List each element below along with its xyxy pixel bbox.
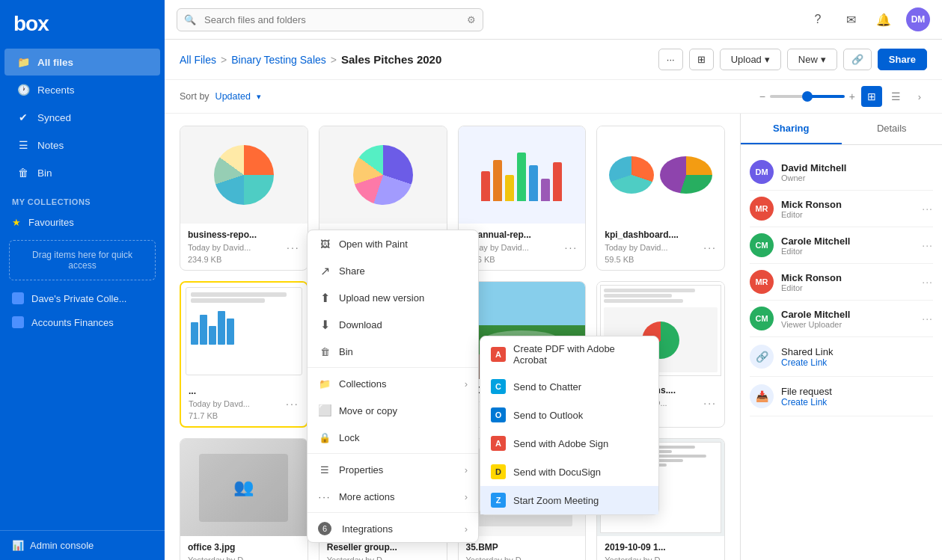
user-options-icon[interactable]: ··· [922,276,933,288]
menu-item-more-actions[interactable]: ··· More actions › [308,483,478,510]
filter-icon[interactable]: ⚙ [467,14,476,25]
submenu-item-label: Send with Adobe Sign [513,438,608,449]
sharing-user: DM David Mitchell Owner [750,154,933,191]
submenu-item-chatter[interactable]: C Send to Chatter [480,372,658,401]
share-button-label: Share [889,54,916,65]
submenu-item-docusign[interactable]: D Send with DocuSign [480,458,658,486]
file-options[interactable]: ··· [565,241,578,253]
file-options[interactable]: ··· [287,241,300,253]
menu-item-integrations[interactable]: 6 Integrations › A Create PDF with Adobe… [308,515,478,542]
file-options[interactable]: ··· [703,554,717,560]
file-options[interactable]: ··· [565,554,578,560]
grid-icon: ⊞ [697,54,706,65]
user-options-icon[interactable]: ··· [922,239,933,251]
menu-item-move-copy[interactable]: ⬜ Move or copy [308,397,478,424]
sidebar-item-synced[interactable]: ✔ Synced [4,104,160,131]
more-options-button[interactable]: ··· [658,49,683,70]
link-info: File request Create Link [781,386,933,407]
create-file-request-link[interactable]: Create Link [781,397,933,407]
user-role: Owner [781,173,933,182]
help-icon[interactable]: ? [807,9,828,30]
menu-divider [308,512,478,513]
menu-item-collections[interactable]: 📁 Collections › [308,370,478,397]
file-size: 71.7 KB [189,411,299,420]
expand-icon[interactable]: › [912,86,927,107]
more-dots-icon: ··· [667,54,675,65]
file-options[interactable]: ··· [287,554,300,560]
sidebar-item-accounts-finances[interactable]: Accounts Finances [0,310,165,334]
sidebar-item-favourites[interactable]: ★ Favourites [0,211,165,234]
file-options[interactable]: ··· [286,398,299,410]
submenu-item-pdf[interactable]: A Create PDF with Adobe Acrobat [480,336,658,372]
submenu-item-adobe-sign[interactable]: A Send with Adobe Sign [480,429,658,458]
sidebar-item-notes[interactable]: ☰ Notes [4,132,160,159]
breadcrumb-all-files[interactable]: All Files [180,54,216,66]
file-options[interactable]: ··· [426,554,439,560]
breadcrumb-binary-testing[interactable]: Binary Testing Sales [231,54,326,66]
menu-item-download[interactable]: ⬇ Download [308,311,478,338]
menu-item-bin[interactable]: 🗑 Bin [308,338,478,365]
topbar: 🔍 ⚙ ? ✉ 🔔 DM [165,0,942,40]
menu-divider [308,367,478,368]
search-input[interactable] [177,8,483,31]
submenu-item-zoom[interactable]: Z Start Zoom Meeting [480,486,658,514]
list-view-toggle[interactable]: ☰ [885,86,906,107]
file-options[interactable]: ··· [703,397,717,409]
file-thumbnail [181,283,307,380]
file-name: kpi_dashboard.... [605,230,717,240]
zoom-out-icon[interactable]: − [759,90,765,102]
new-button[interactable]: New ▾ [787,49,837,70]
share-button[interactable]: Share [878,49,927,70]
sidebar-item-bin[interactable]: 🗑 Bin [4,159,160,186]
logo[interactable]: box [0,0,165,48]
mail-icon[interactable]: ✉ [840,9,861,30]
file-date: Yesterday by D... [605,556,667,560]
view-toggle: ⊞ ☰ [861,86,906,107]
menu-item-properties[interactable]: ☰ Properties › [308,456,478,483]
file-thumbnail [597,126,724,224]
tab-sharing[interactable]: Sharing [741,114,842,144]
link-button[interactable]: 🔗 [843,49,872,70]
drag-drop-area[interactable]: Drag items here for quick access [9,240,156,280]
file-card[interactable]: ... Today by Davd... ··· 71.7 KB [180,281,308,428]
user-options-icon[interactable]: ··· [922,203,933,215]
bar-chart [474,149,569,201]
more-icon: ··· [318,490,331,503]
zoom-slider[interactable] [770,95,845,98]
sidebar-item-label: Notes [37,140,64,151]
user-role: Editor [781,210,914,219]
file-card[interactable]: business-repo... Today by David... ··· 2… [180,126,308,271]
bell-icon[interactable]: 🔔 [873,9,894,30]
zoom-in-icon[interactable]: + [849,90,855,102]
menu-item-lock[interactable]: 🔒 Lock [308,424,478,451]
user-options-icon[interactable]: ··· [922,313,933,324]
sort-value[interactable]: Updated [215,91,251,102]
avatar: CM [750,233,774,257]
file-card[interactable]: kpi_dashboard.... Today by David... ··· … [596,126,725,271]
user-avatar[interactable]: DM [906,7,930,31]
sidebar-item-daves-private[interactable]: Dave's Private Colle... [0,286,165,310]
menu-item-open-paint[interactable]: 🖼 Open with Paint [308,230,478,257]
file-thumbnail [180,126,308,224]
submenu-item-outlook[interactable]: O Send to Outlook [480,401,658,429]
menu-item-share[interactable]: ↗ Share [308,257,478,284]
grid-view-toggle[interactable]: ⊞ [861,86,882,107]
file-thumbnail [459,126,586,224]
user-info: Mick Ronson Editor [781,199,914,219]
grid-view-button[interactable]: ⊞ [689,49,714,70]
submenu-item-label: Send to Outlook [513,410,583,421]
integrations-submenu: A Create PDF with Adobe Acrobat C Send t… [480,336,659,515]
file-options[interactable]: ··· [703,241,717,253]
file-card[interactable]: 👥 office 3.jpg Yesterday by D... ··· 104… [180,438,308,560]
create-shared-link[interactable]: Create Link [781,357,933,368]
admin-console-link[interactable]: 📊 Admin console [12,540,153,551]
shared-link-icon: 🔗 [750,345,774,369]
link-info: Shared Link Create Link [781,346,933,368]
tab-details[interactable]: Details [842,114,943,144]
file-info: office 3.jpg Yesterday by D... ··· 104.8… [180,536,308,560]
menu-item-upload-new[interactable]: ⬆ Upload new version [308,284,478,311]
sidebar-item-all-files[interactable]: 📁 All files [4,49,160,76]
file-size: 59.5 KB [605,255,717,264]
upload-button[interactable]: Upload ▾ [720,49,781,70]
sidebar-item-recents[interactable]: 🕐 Recents [4,76,160,103]
